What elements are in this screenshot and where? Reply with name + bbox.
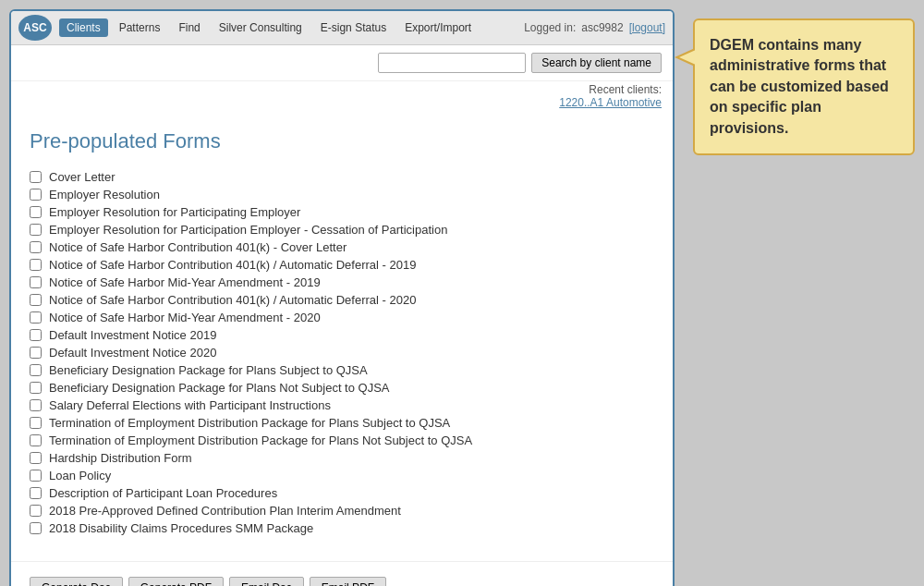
form-checkbox-2[interactable] bbox=[30, 189, 42, 201]
form-checkbox-6[interactable] bbox=[30, 259, 42, 271]
nav-silver-consulting[interactable]: Silver Consulting bbox=[212, 18, 310, 37]
nav-esign-status[interactable]: E-sign Status bbox=[313, 18, 394, 37]
list-item: Cover Letter bbox=[30, 168, 654, 186]
list-item: 2018 Disability Claims Procedures SMM Pa… bbox=[30, 519, 654, 537]
form-checkbox-15[interactable] bbox=[30, 417, 42, 429]
user-info: Logged in: asc9982 [logout] bbox=[524, 21, 665, 34]
form-list: Cover LetterEmployer ResolutionEmployer … bbox=[30, 168, 654, 537]
search-area: Search by client name bbox=[11, 45, 673, 81]
form-checkbox-8[interactable] bbox=[30, 294, 42, 306]
form-checkbox-1[interactable] bbox=[30, 171, 42, 183]
form-checkbox-12[interactable] bbox=[30, 364, 42, 376]
search-input[interactable] bbox=[378, 53, 526, 73]
form-label-12[interactable]: Beneficiary Designation Package for Plan… bbox=[49, 363, 368, 377]
list-item: Description of Participant Loan Procedur… bbox=[30, 484, 654, 502]
form-checkbox-9[interactable] bbox=[30, 311, 42, 324]
list-item: Termination of Employment Distribution P… bbox=[30, 414, 654, 432]
recent-client-link[interactable]: 1220..A1 Automotive bbox=[559, 96, 662, 109]
nav-export-import[interactable]: Export/Import bbox=[397, 18, 479, 37]
recent-clients-label: Recent clients: bbox=[589, 83, 662, 96]
form-label-10[interactable]: Default Investment Notice 2019 bbox=[49, 328, 216, 342]
form-label-18[interactable]: Loan Policy bbox=[49, 469, 111, 482]
list-item: Loan Policy bbox=[30, 467, 654, 484]
form-checkbox-18[interactable] bbox=[30, 470, 42, 482]
form-label-11[interactable]: Default Investment Notice 2020 bbox=[49, 346, 216, 360]
list-item: Default Investment Notice 2019 bbox=[30, 326, 654, 344]
list-item: Notice of Safe Harbor Contribution 401(k… bbox=[30, 256, 654, 274]
content-area: Pre-populated Forms Cover LetterEmployer… bbox=[11, 115, 673, 552]
form-label-16[interactable]: Termination of Employment Distribution P… bbox=[49, 433, 472, 447]
username: asc9982 bbox=[581, 21, 623, 34]
nav-bar: ASC Clients Patterns Find Silver Consult… bbox=[18, 15, 479, 41]
form-label-5[interactable]: Notice of Safe Harbor Contribution 401(k… bbox=[49, 240, 346, 254]
recent-clients-area: Recent clients: 1220..A1 Automotive bbox=[11, 81, 673, 115]
list-item: Notice of Safe Harbor Mid-Year Amendment… bbox=[30, 309, 654, 326]
list-item: Employer Resolution for Participation Em… bbox=[30, 221, 654, 238]
page-title: Pre-populated Forms bbox=[30, 129, 654, 153]
list-item: Termination of Employment Distribution P… bbox=[30, 432, 654, 449]
list-item: Notice of Safe Harbor Contribution 401(k… bbox=[30, 238, 654, 256]
generate-doc-button[interactable]: Generate Doc bbox=[30, 577, 123, 586]
form-checkbox-13[interactable] bbox=[30, 382, 42, 394]
list-item: Hardship Distribution Form bbox=[30, 449, 654, 467]
form-checkbox-11[interactable] bbox=[30, 347, 42, 359]
list-item: Notice of Safe Harbor Mid-Year Amendment… bbox=[30, 274, 654, 291]
form-label-3[interactable]: Employer Resolution for Participating Em… bbox=[49, 205, 300, 219]
callout-text: DGEM contains many administrative forms … bbox=[710, 37, 889, 136]
list-item: Beneficiary Designation Package for Plan… bbox=[30, 379, 654, 397]
top-bar: ASC Clients Patterns Find Silver Consult… bbox=[11, 11, 673, 45]
form-label-14[interactable]: Salary Deferral Elections with Participa… bbox=[49, 398, 331, 412]
list-item: Notice of Safe Harbor Contribution 401(k… bbox=[30, 291, 654, 309]
form-label-7[interactable]: Notice of Safe Harbor Mid-Year Amendment… bbox=[49, 275, 321, 289]
asc-logo: ASC bbox=[18, 15, 52, 41]
logged-in-label: Logged in: bbox=[524, 21, 576, 34]
list-item: Default Investment Notice 2020 bbox=[30, 344, 654, 361]
email-pdf-button[interactable]: Email PDF bbox=[310, 577, 386, 586]
form-checkbox-17[interactable] bbox=[30, 452, 42, 464]
form-label-6[interactable]: Notice of Safe Harbor Contribution 401(k… bbox=[49, 258, 416, 272]
list-item: Employer Resolution bbox=[30, 186, 654, 203]
list-item: Salary Deferral Elections with Participa… bbox=[30, 397, 654, 414]
form-label-19[interactable]: Description of Participant Loan Procedur… bbox=[49, 486, 277, 500]
form-checkbox-5[interactable] bbox=[30, 241, 42, 253]
logout-link[interactable]: [logout] bbox=[629, 21, 665, 34]
form-checkbox-14[interactable] bbox=[30, 399, 42, 411]
form-label-15[interactable]: Termination of Employment Distribution P… bbox=[49, 416, 450, 430]
form-checkbox-4[interactable] bbox=[30, 224, 42, 236]
list-item: 2018 Pre-Approved Defined Contribution P… bbox=[30, 502, 654, 519]
form-checkbox-3[interactable] bbox=[30, 206, 42, 218]
list-item: Beneficiary Designation Package for Plan… bbox=[30, 361, 654, 379]
form-label-2[interactable]: Employer Resolution bbox=[49, 188, 160, 201]
nav-find[interactable]: Find bbox=[171, 18, 207, 37]
email-doc-button[interactable]: Email Doc bbox=[229, 577, 304, 586]
form-label-1[interactable]: Cover Letter bbox=[49, 170, 116, 184]
form-checkbox-20[interactable] bbox=[30, 505, 42, 517]
nav-patterns[interactable]: Patterns bbox=[112, 18, 168, 37]
nav-clients[interactable]: Clients bbox=[59, 18, 108, 37]
form-label-4[interactable]: Employer Resolution for Participation Em… bbox=[49, 223, 447, 237]
form-label-13[interactable]: Beneficiary Designation Package for Plan… bbox=[49, 381, 390, 395]
form-label-17[interactable]: Hardship Distribution Form bbox=[49, 451, 192, 465]
search-button[interactable]: Search by client name bbox=[531, 53, 662, 73]
form-label-9[interactable]: Notice of Safe Harbor Mid-Year Amendment… bbox=[49, 311, 321, 324]
generate-pdf-button[interactable]: Generate PDF bbox=[128, 577, 224, 586]
form-checkbox-16[interactable] bbox=[30, 434, 42, 446]
form-label-21[interactable]: 2018 Disability Claims Procedures SMM Pa… bbox=[49, 521, 313, 535]
main-container: ASC Clients Patterns Find Silver Consult… bbox=[9, 9, 675, 586]
form-checkbox-7[interactable] bbox=[30, 276, 42, 288]
callout-wrapper: DGEM contains many administrative forms … bbox=[693, 18, 915, 586]
form-label-20[interactable]: 2018 Pre-Approved Defined Contribution P… bbox=[49, 504, 401, 518]
form-checkbox-10[interactable] bbox=[30, 329, 42, 341]
form-label-8[interactable]: Notice of Safe Harbor Contribution 401(k… bbox=[49, 293, 416, 307]
form-checkbox-19[interactable] bbox=[30, 487, 42, 499]
callout-box: DGEM contains many administrative forms … bbox=[693, 18, 915, 155]
bottom-buttons: Generate DocGenerate PDFEmail DocEmail P… bbox=[11, 561, 673, 586]
form-checkbox-21[interactable] bbox=[30, 522, 42, 534]
list-item: Employer Resolution for Participating Em… bbox=[30, 203, 654, 221]
